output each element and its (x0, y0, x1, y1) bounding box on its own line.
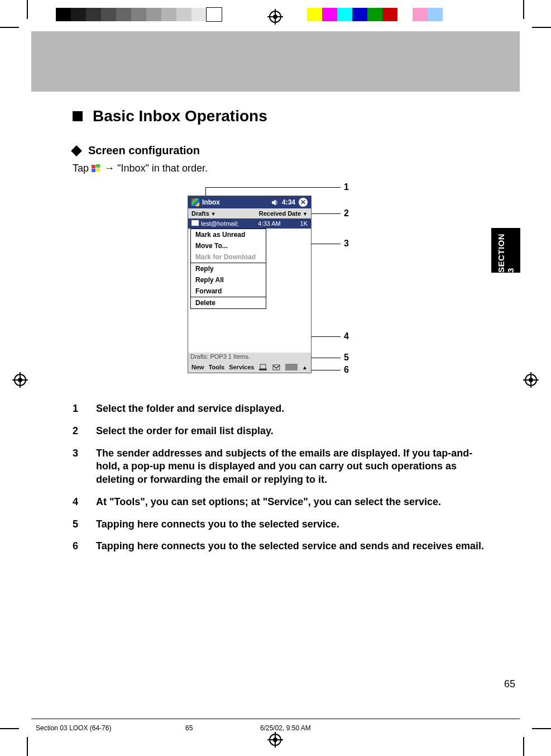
mail-size: 1K (300, 220, 308, 227)
heading-text: Basic Inbox Operations (93, 107, 267, 125)
mail-time: 4:33 AM (258, 220, 280, 227)
page-number: 65 (504, 678, 515, 690)
svg-rect-19 (96, 168, 100, 172)
list-item: 2Select the order for email list display… (73, 425, 486, 438)
clock-time: 4:34 (282, 198, 295, 206)
title-bar: Inbox 4:34 ✕ (188, 196, 311, 208)
menu-item-reply-all[interactable]: Reply All (191, 274, 266, 286)
registration-mark-icon (267, 9, 283, 25)
list-item: 6Tapping here connects you to the select… (73, 540, 486, 553)
intro-line: Tap → "Inbox" in that order. (73, 163, 486, 174)
connect-icon[interactable] (258, 363, 267, 371)
svg-rect-23 (273, 365, 280, 370)
footer-rule (31, 719, 520, 719)
crop-mark (532, 728, 551, 729)
intro-prefix: Tap (73, 163, 89, 174)
screenshot: Inbox 4:34 ✕ Drafts ▼ Received Date ▼ (188, 196, 312, 373)
close-icon: ✕ (299, 198, 308, 207)
svg-rect-22 (259, 369, 267, 370)
figure-area: 1 2 3 4 5 6 Inbox (73, 184, 486, 386)
callout-number: 1 (344, 182, 349, 192)
crop-mark (532, 27, 551, 28)
svg-marker-20 (272, 199, 276, 206)
menu-item-mark-download: Mark for Download (191, 251, 266, 263)
callout-number: 6 (344, 365, 349, 375)
menu-tools[interactable]: Tools (209, 364, 225, 370)
callout-line (312, 358, 341, 358)
callout-number: 5 (344, 353, 349, 363)
context-menu: Mark as Unread Move To... Mark for Downl… (190, 229, 266, 309)
folder-selector[interactable]: Drafts (191, 210, 209, 217)
callout-line (312, 370, 341, 370)
crop-mark (27, 737, 28, 756)
intro-suffix: → "Inbox" in that order. (104, 163, 208, 174)
callout-line (312, 244, 341, 244)
list-item: 5Tapping here connects you to the select… (73, 518, 486, 531)
registration-mark-icon (12, 372, 28, 388)
crop-mark (523, 737, 524, 756)
envelope-icon (191, 220, 199, 226)
speaker-icon (271, 199, 279, 206)
crop-mark (0, 27, 19, 28)
main-content: Basic Inbox Operations Screen configurat… (73, 107, 486, 562)
print-footer: Section 03 LOOX (64-76) 65 6/25/02, 9:50… (36, 724, 516, 732)
chevron-down-icon: ▼ (211, 211, 216, 217)
crop-mark (0, 728, 19, 729)
sub-heading: Screen configuration (73, 144, 486, 157)
callout-number: 3 (344, 239, 349, 249)
bottom-menu: New Tools Services ▲ (188, 362, 311, 373)
sort-row: Drafts ▼ Received Date ▼ (188, 208, 311, 218)
page-title: Basic Inbox Operations (73, 107, 486, 125)
app-name: Inbox (202, 198, 220, 206)
diamond-bullet-icon (71, 145, 82, 156)
callout-number: 2 (344, 208, 349, 218)
menu-item-move-to[interactable]: Move To... (191, 240, 266, 251)
callout-line (307, 213, 341, 214)
footer-datetime: 6/25/02, 9:50 AM (260, 724, 311, 732)
menu-services[interactable]: Services (229, 364, 254, 370)
menu-new[interactable]: New (191, 364, 204, 370)
mail-row[interactable]: test@hotmail; 4:33 AM 1K (188, 218, 311, 229)
registration-mark-icon (523, 372, 539, 388)
menu-item-reply[interactable]: Reply (191, 263, 266, 274)
svg-rect-21 (260, 364, 266, 369)
section-tab: SECTION 3 (491, 228, 520, 273)
grayscale-calibration-bar (56, 8, 222, 21)
callout-number: 4 (344, 331, 349, 341)
numbered-list: 1Select the folder and service displayed… (73, 402, 486, 553)
start-menu-icon (91, 164, 102, 174)
section-tab-label: SECTION 3 (496, 228, 515, 273)
mail-from: test@hotmail; (201, 220, 238, 227)
chevron-up-icon[interactable]: ▲ (302, 364, 308, 370)
menu-item-forward[interactable]: Forward (191, 286, 266, 297)
crop-mark (27, 0, 28, 19)
list-item: 1Select the folder and service displayed… (73, 402, 486, 416)
sub-heading-text: Screen configuration (88, 144, 200, 157)
color-calibration-bar (307, 8, 473, 21)
svg-rect-16 (92, 165, 95, 168)
callout-line (205, 187, 341, 188)
crop-mark (523, 0, 524, 19)
chevron-down-icon: ▼ (303, 211, 308, 217)
svg-rect-17 (96, 164, 100, 168)
keyboard-icon[interactable] (285, 364, 298, 370)
list-item: 4At "Tools", you can set options; at "Se… (73, 496, 486, 509)
list-item: 3The sender addresses and subjects of th… (73, 447, 486, 487)
menu-item-mark-unread[interactable]: Mark as Unread (191, 229, 266, 240)
start-flag-icon (191, 198, 199, 206)
footer-page: 65 (185, 724, 260, 732)
menu-item-delete[interactable]: Delete (191, 297, 266, 308)
square-bullet-icon (73, 111, 83, 121)
registration-mark-icon (267, 732, 283, 748)
send-receive-icon[interactable] (272, 363, 281, 371)
sort-selector[interactable]: Received Date (259, 210, 301, 217)
svg-rect-18 (92, 169, 95, 172)
header-band (31, 31, 520, 92)
status-bar: Drafts: POP3 1 Items. (188, 353, 311, 362)
footer-filename: Section 03 LOOX (64-76) (36, 724, 185, 732)
